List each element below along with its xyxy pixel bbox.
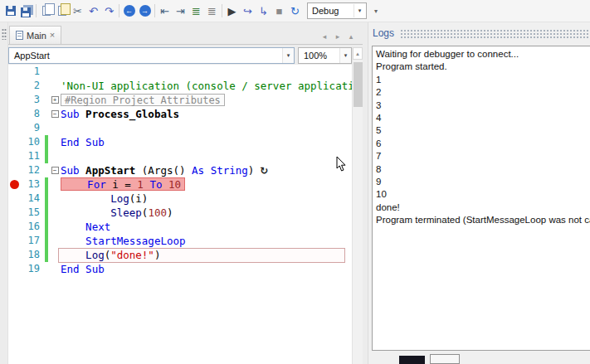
breakpoint-gutter[interactable] <box>8 234 20 248</box>
paste-button[interactable] <box>54 2 70 19</box>
line-number: 14 <box>20 192 45 206</box>
indent-button[interactable]: ⇥ <box>173 2 188 19</box>
left-dock-strip <box>0 22 8 364</box>
code-line-15[interactable]: 15 Sleep(100) <box>8 206 352 220</box>
code-line-19[interactable]: 19End Sub <box>8 262 352 276</box>
member-selector[interactable]: AppStart ▾ <box>8 47 295 64</box>
fold-expand-icon[interactable]: + <box>51 96 59 104</box>
tab-scroll-right-button[interactable]: ▸ <box>333 32 343 41</box>
build-mode-select[interactable]: Debug ▾ <box>307 2 367 19</box>
member-selector-value: AppStart <box>14 51 50 61</box>
fold-gutter <box>49 149 61 163</box>
line-number: 3 <box>20 93 45 107</box>
fold-collapse-icon[interactable]: − <box>51 110 59 118</box>
cut-button[interactable]: ✂ <box>70 2 85 19</box>
breakpoint-gutter[interactable] <box>8 121 20 135</box>
redo-button[interactable]: ↷ <box>101 2 117 19</box>
breakpoint-gutter[interactable] <box>8 220 20 234</box>
undo-button[interactable]: ↶ <box>85 2 101 19</box>
breakpoint-gutter[interactable] <box>8 93 20 107</box>
fold-collapse-icon[interactable]: − <box>51 167 59 174</box>
copy-button[interactable] <box>38 2 54 19</box>
code-line-18[interactable]: 18 Log("done!") <box>8 248 352 262</box>
comment-button[interactable]: ≣ <box>188 2 204 19</box>
breakpoint-gutter[interactable] <box>8 192 20 206</box>
line-number: 10 <box>20 135 45 149</box>
code-line-17[interactable]: 17 StartMessageLoop <box>8 234 352 248</box>
code-line-10[interactable]: 10End Sub <box>8 135 352 149</box>
save-button[interactable] <box>2 2 18 19</box>
editor-vertical-scrollbar[interactable]: ▲ <box>352 47 363 364</box>
code-line-11[interactable]: 11 <box>8 149 352 163</box>
run-button[interactable]: ▶ <box>224 2 240 19</box>
breakpoint-gutter[interactable] <box>8 79 20 93</box>
toolbar-overflow-button[interactable]: ▾ <box>371 7 381 15</box>
hot-code-refresh-icon: ↻ <box>260 165 268 177</box>
log-line: 6 <box>376 138 587 150</box>
line-number: 19 <box>20 262 45 276</box>
breakpoint-gutter[interactable] <box>8 248 20 262</box>
step-over-button[interactable]: ↪ <box>240 2 256 19</box>
code-text: StartMessageLoop <box>61 234 352 248</box>
comment-lines-icon: ≣ <box>192 6 201 17</box>
outdent-button[interactable]: ⇤ <box>157 2 173 19</box>
navigate-back-button[interactable]: ← <box>121 2 137 19</box>
line-number: 1 <box>20 65 45 79</box>
breakpoint-gutter[interactable] <box>8 135 20 149</box>
save-all-button[interactable] <box>18 2 34 19</box>
logs-panel-title: Logs <box>373 27 394 39</box>
code-line-2[interactable]: 2'Non-UI application (console / server a… <box>8 79 352 93</box>
code-editor[interactable]: 12'Non-UI application (console / server … <box>8 65 352 364</box>
code-line-9[interactable]: 9 <box>8 121 352 135</box>
breakpoint-gutter[interactable] <box>8 107 20 121</box>
log-line: done! <box>376 201 587 214</box>
stop-icon: ■ <box>276 6 283 17</box>
line-number: 8 <box>20 107 45 121</box>
logs-panel-header[interactable]: Logs <box>373 27 590 40</box>
breakpoint-gutter[interactable] <box>8 163 20 177</box>
build-mode-value: Debug <box>312 6 339 16</box>
code-text: End Sub <box>61 262 352 276</box>
breakpoint-gutter[interactable] <box>8 206 20 220</box>
dock-grip-icon[interactable] <box>2 28 7 40</box>
scroll-up-icon[interactable]: ▲ <box>353 47 363 60</box>
fold-gutter <box>49 65 61 79</box>
code-line-1[interactable]: 1 <box>8 65 352 79</box>
restart-button[interactable]: ↻ <box>287 2 303 19</box>
breakpoint-gutter[interactable] <box>8 65 20 79</box>
fold-gutter: + <box>49 93 61 107</box>
line-number: 16 <box>20 220 45 234</box>
editor-tabstrip: Main × ◂ ▸ ▴ <box>8 26 363 45</box>
forward-circle-icon: → <box>139 5 151 17</box>
line-number: 2 <box>20 79 45 93</box>
dock-drag-grip-icon[interactable] <box>400 29 590 38</box>
changed-line-bar <box>45 135 48 149</box>
code-line-13[interactable]: 13 For i = 1 To 10 <box>8 177 352 192</box>
log-line: 2 <box>376 86 587 99</box>
zoom-selector[interactable]: 100% ▾ <box>298 47 352 64</box>
code-line-3[interactable]: 3+#Region Project Attributes <box>8 93 352 107</box>
breakpoint-gutter[interactable] <box>8 149 20 163</box>
code-line-8[interactable]: 8−Sub Process_Globals <box>8 107 352 121</box>
navigate-forward-button[interactable]: → <box>137 2 153 19</box>
tab-main[interactable]: Main × <box>9 26 61 44</box>
fold-gutter <box>49 135 61 149</box>
tab-close-icon[interactable]: × <box>50 31 55 40</box>
scrollbar-thumb[interactable] <box>354 62 363 107</box>
code-line-14[interactable]: 14 Log(i) <box>8 192 352 206</box>
breakpoint-gutter[interactable] <box>8 262 20 276</box>
uncomment-lines-icon: ≣ <box>207 6 217 17</box>
collapsed-region[interactable]: #Region Project Attributes <box>61 94 225 106</box>
tab-scroll-left-button[interactable]: ◂ <box>319 32 329 41</box>
uncomment-button[interactable]: ≣ <box>204 2 220 19</box>
stop-button[interactable]: ■ <box>271 2 287 19</box>
log-line: 7 <box>376 150 587 163</box>
logs-output[interactable]: Waiting for debugger to connect...Progra… <box>372 46 590 351</box>
partial-control-dark[interactable] <box>399 356 425 364</box>
partial-control-dropdown[interactable] <box>430 354 460 364</box>
step-into-button[interactable]: ↳ <box>256 2 271 19</box>
tab-list-button[interactable]: ▴ <box>346 32 356 41</box>
code-line-16[interactable]: 16 Next <box>8 220 352 234</box>
code-line-12[interactable]: 12−Sub AppStart (Args() As String)↻ <box>8 163 352 177</box>
breakpoint-gutter[interactable] <box>8 177 20 192</box>
